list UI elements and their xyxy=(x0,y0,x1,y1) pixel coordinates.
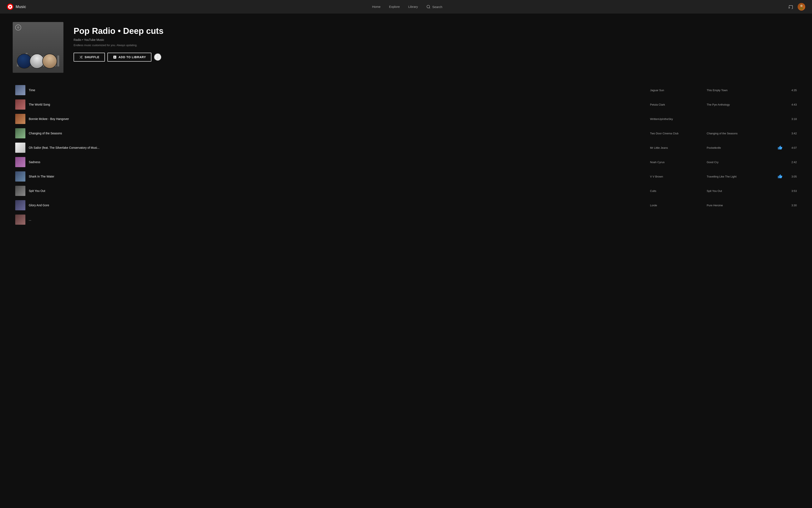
track-duration: 4:43 xyxy=(784,103,797,106)
shuffle-label: SHUFFLE xyxy=(85,55,99,59)
svg-point-5 xyxy=(800,5,803,7)
track-like-icon[interactable] xyxy=(772,145,782,150)
track-album: Travelling Like The Light xyxy=(707,175,770,178)
more-options-icon xyxy=(155,55,160,59)
track-thumbnail xyxy=(15,99,26,110)
track-duration: 3:30 xyxy=(784,204,797,207)
playlist-art xyxy=(13,22,63,73)
track-duration: 4:35 xyxy=(784,89,797,92)
track-album: Good Cry xyxy=(707,161,770,164)
svg-line-4 xyxy=(429,8,430,8)
track-artist: Jaguar Sun xyxy=(650,89,705,92)
track-duration: 3:05 xyxy=(784,175,797,178)
nav-home[interactable]: Home xyxy=(372,4,380,10)
track-artist: Petula Clark xyxy=(650,103,705,106)
playlist-description: Endless music customized for you. Always… xyxy=(74,44,799,47)
track-duration: 3:42 xyxy=(784,132,797,135)
track-thumbnail xyxy=(15,85,26,95)
track-like-icon[interactable] xyxy=(772,174,782,179)
track-row[interactable]: Time Jaguar Sun This Empty Town 4:35 xyxy=(13,83,799,97)
playlist-title: Pop Radio • Deep cuts xyxy=(74,26,799,36)
svg-point-3 xyxy=(427,5,430,8)
track-artist: Lorde xyxy=(650,204,705,207)
track-album: Spit You Out xyxy=(707,189,770,193)
add-library-icon xyxy=(113,55,117,59)
track-duration: 3:18 xyxy=(784,118,797,121)
track-thumbnail xyxy=(15,114,26,124)
track-duration: 3:53 xyxy=(784,189,797,193)
track-row[interactable]: Glory And Gore Lorde Pure Heroine 3:30 xyxy=(13,198,799,212)
nav-library[interactable]: Library xyxy=(408,4,418,10)
track-row[interactable]: Changing of the Seasons Two Door Cinema … xyxy=(13,126,799,140)
track-duration: 2:42 xyxy=(784,161,797,164)
track-row[interactable]: Oh Sailor (feat. The Silverlake Conserva… xyxy=(13,140,799,155)
track-title: Shark In The Water xyxy=(29,175,648,178)
track-title: Sadness xyxy=(29,160,648,164)
track-artist: Two Door Cinema Club xyxy=(650,132,705,135)
cast-icon xyxy=(788,4,794,9)
track-title: Changing of the Seasons xyxy=(29,132,648,135)
svg-point-11 xyxy=(157,58,158,59)
art-play-button[interactable] xyxy=(15,25,21,31)
track-list: Time Jaguar Sun This Empty Town 4:35 The… xyxy=(13,83,799,227)
track-row-partial[interactable]: ... xyxy=(13,212,799,227)
track-row[interactable]: Bonnie Mckee - Boy Hangover WrittenUpInt… xyxy=(13,112,799,126)
add-library-label: ADD TO LIBRARY xyxy=(119,55,146,59)
add-to-library-button[interactable]: ADD TO LIBRARY xyxy=(107,53,151,61)
track-row[interactable]: Sadness Noah Cyrus Good Cry 2:42 xyxy=(13,155,799,169)
artist-circle-3 xyxy=(42,54,57,69)
shuffle-button[interactable]: SHUFFLE xyxy=(74,53,105,61)
track-title: ... xyxy=(29,218,648,221)
track-thumbnail xyxy=(15,186,26,196)
shuffle-icon xyxy=(79,55,83,59)
track-thumbnail xyxy=(15,128,26,138)
track-thumbnail xyxy=(15,200,26,210)
track-title: Time xyxy=(29,88,648,92)
track-thumbnail xyxy=(15,157,26,167)
svg-point-9 xyxy=(157,55,158,56)
track-thumbnail xyxy=(15,171,26,181)
avatar-icon xyxy=(799,4,804,10)
track-title: The World Song xyxy=(29,103,648,106)
track-duration: 4:07 xyxy=(784,146,797,150)
cast-button[interactable] xyxy=(788,4,794,10)
hero-actions: SHUFFLE ADD TO LIBRARY xyxy=(74,53,799,61)
track-album: Changing of the Seasons xyxy=(707,132,770,135)
track-artist: WrittenUpIntheSky xyxy=(650,118,705,121)
track-artist: Cults xyxy=(650,189,705,193)
hero-section: Pop Radio • Deep cuts Radio • YouTube Mu… xyxy=(13,22,799,73)
track-album: Pure Heroine xyxy=(707,204,770,207)
track-title: Spit You Out xyxy=(29,189,648,193)
track-album: Pocketknife xyxy=(707,146,770,150)
svg-point-6 xyxy=(800,7,804,10)
svg-marker-8 xyxy=(18,27,18,28)
search-container[interactable]: Search xyxy=(426,5,442,9)
art-artist-circles xyxy=(17,54,57,69)
track-artist: Mr Little Jeans xyxy=(650,146,705,150)
track-album: The Pye Anthology xyxy=(707,103,770,106)
search-icon xyxy=(426,5,431,9)
track-thumbnail xyxy=(15,142,26,153)
track-title: Glory And Gore xyxy=(29,204,648,207)
header-brand-area: Music xyxy=(7,3,26,10)
more-options-button[interactable] xyxy=(154,53,162,61)
nav-explore[interactable]: Explore xyxy=(389,4,400,10)
hero-info: Pop Radio • Deep cuts Radio • YouTube Mu… xyxy=(74,22,799,61)
main-nav: Home Explore Library Search xyxy=(372,4,442,10)
track-row[interactable]: Spit You Out Cults Spit You Out 3:53 xyxy=(13,184,799,198)
main-content: Pop Radio • Deep cuts Radio • YouTube Mu… xyxy=(0,13,812,235)
avatar[interactable] xyxy=(798,3,805,10)
track-row[interactable]: Shark In The Water V V Brown Travelling … xyxy=(13,169,799,184)
track-row[interactable]: The World Song Petula Clark The Pye Anth… xyxy=(13,97,799,112)
header: Music Home Explore Library Search xyxy=(0,0,812,13)
playlist-subtitle: Radio • YouTube Music xyxy=(74,38,799,41)
track-artist: V V Brown xyxy=(650,175,705,178)
track-thumbnail xyxy=(15,215,26,225)
youtube-music-logo-icon xyxy=(7,3,13,10)
track-title: Bonnie Mckee - Boy Hangover xyxy=(29,117,648,121)
track-title: Oh Sailor (feat. The Silverlake Conserva… xyxy=(29,146,648,150)
brand-label: Music xyxy=(16,5,26,9)
track-album: This Empty Town xyxy=(707,89,770,92)
search-label: Search xyxy=(432,5,442,9)
header-right xyxy=(788,3,805,10)
